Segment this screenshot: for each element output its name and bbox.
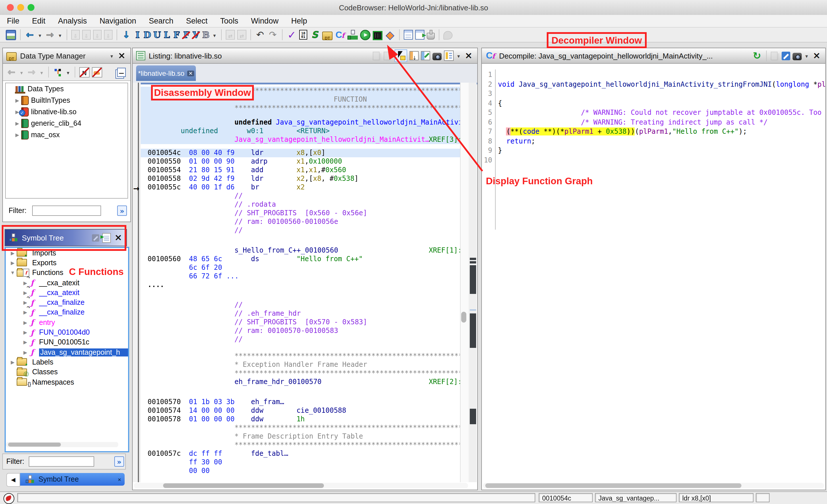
symbol-tree-dock-tab[interactable]: Symbol Tree ×	[20, 473, 125, 486]
dtm-associations-chevron-icon[interactable]	[65, 67, 70, 77]
listing-row[interactable]: 0010055001 00 00 90adrpx1,0x100000	[141, 157, 460, 166]
script-manager-icon[interactable]	[309, 30, 320, 40]
symbol-tree-hscrollbar-thumb[interactable]	[8, 443, 61, 447]
listing-copy-icon[interactable]	[373, 52, 380, 60]
menu-item-tools[interactable]: Tools	[220, 17, 238, 25]
disassemble-icon[interactable]	[121, 30, 132, 40]
listing-row[interactable]: // ram: 00100560-0010056e	[141, 217, 460, 226]
create-undefined-icon[interactable]: U	[153, 30, 161, 40]
listing-row[interactable]: ff 30 00	[141, 458, 460, 467]
decompiler-line[interactable]: /* WARNING: Could not recover jumptable …	[498, 108, 825, 116]
listing-row[interactable]: //	[141, 301, 460, 309]
dtm-associations-icon[interactable]	[53, 67, 63, 77]
dock-collapse-arrow-button[interactable]: ◀	[6, 473, 20, 487]
function-graph-icon[interactable]	[347, 30, 358, 40]
table-chooser-icon[interactable]	[415, 30, 425, 40]
listing-row[interactable]: s_Hello_from_C++_00100560XREF[1]:	[141, 246, 460, 255]
toggle-fields-icon[interactable]	[409, 51, 419, 60]
menu-item-select[interactable]: Select	[186, 17, 208, 25]
listing-row[interactable]: 6c 6f 20	[141, 263, 460, 272]
decompiler-snapshot-icon[interactable]	[792, 53, 802, 60]
filter-pointers-icon[interactable]	[92, 67, 102, 77]
create-function-icon[interactable]: F	[173, 30, 180, 40]
listing-row[interactable]: // SHT_PROGBITS [0x570 - 0x583]	[141, 318, 460, 326]
listing-snapshot-icon[interactable]	[432, 53, 442, 60]
bookmarks-icon[interactable]	[385, 30, 395, 40]
run-script-icon[interactable]	[360, 30, 371, 40]
listing-row[interactable]	[141, 144, 460, 149]
dtm-filter-options-icon[interactable]	[117, 205, 127, 216]
listing-row[interactable]: 0010054c08 00 40 f9ldrx8,[x0]	[141, 149, 460, 157]
forward-icon-chevron[interactable]	[57, 30, 63, 40]
listing-vscrollbar-thumb[interactable]	[461, 312, 466, 322]
listing-row[interactable]: //	[141, 335, 460, 344]
dtm-menu-chevron-icon[interactable]	[109, 51, 114, 61]
symbol-tree-item-classes[interactable]: ⒸClasses	[6, 367, 128, 377]
dtm-close-icon[interactable]	[116, 51, 127, 61]
create-label-icon[interactable]: L	[163, 30, 171, 40]
edit-fields-icon[interactable]	[421, 51, 430, 60]
clear-icon[interactable]	[427, 33, 435, 40]
undo-icon[interactable]	[255, 30, 265, 40]
listing-paste-icon[interactable]	[384, 52, 391, 60]
validate-icon[interactable]	[287, 30, 297, 40]
decompiler-copy-icon[interactable]	[771, 52, 778, 60]
symbol-tree-tab-close-icon[interactable]: ×	[118, 476, 121, 483]
menu-item-edit[interactable]: Edit	[32, 17, 46, 25]
listing-row[interactable]: * Frame Description Entry Table	[141, 432, 460, 441]
listing-row[interactable]: undefinedw0:1<RETURN>	[141, 127, 460, 136]
listing-row[interactable]: 0010056048 65 6cds"Hello from C++"	[141, 255, 460, 263]
rename-icon[interactable]	[782, 52, 790, 60]
listing-row[interactable]: eh_frame_hdr_00100570XREF[2]:	[141, 378, 460, 386]
listing-row[interactable]: 0010057414 00 00 00ddwcie_00100588	[141, 406, 460, 415]
symbol-tree-item-labels[interactable]: ▶●Labels	[6, 357, 128, 367]
listing-row[interactable]: undefined Java_sg_vantagepoint_helloworl…	[141, 118, 460, 127]
patch-out-icon[interactable]	[104, 30, 112, 40]
create-instruction-icon[interactable]: I	[134, 30, 141, 40]
dtm-forward-icon[interactable]	[27, 67, 37, 77]
redo-icon[interactable]	[267, 30, 278, 40]
dtm-tree-item-mac_osx[interactable]: ▶mac_osx	[6, 129, 128, 141]
listing-row[interactable]: ****************************************…	[141, 352, 460, 360]
decompiler-line[interactable]: }	[498, 146, 502, 154]
listing-row[interactable]: //	[141, 192, 460, 200]
back-icon[interactable]	[25, 30, 35, 40]
dtm-back-chevron-icon[interactable]	[19, 67, 24, 77]
listing-row[interactable]	[141, 344, 460, 352]
create-bookmark-icon-chevron[interactable]	[212, 30, 217, 40]
listing-row[interactable]: Java_sg_vantagepoint_helloworldjni_MainA…	[141, 136, 460, 144]
filter-arrays-icon[interactable]: N	[79, 67, 90, 77]
menu-item-help[interactable]: Help	[291, 17, 307, 25]
symbol-tree-item-java-sg-vantagepoint-h[interactable]: ▶ƒJava_sg_vantagepoint_h	[6, 347, 128, 357]
listing-code-area[interactable]: ****************************************…	[141, 87, 460, 476]
listing-row[interactable]: // ram: 00100570-00100583	[141, 326, 460, 335]
symbol-tree-item--cxa-atexit[interactable]: ▶ƒ__cxa_atexit	[6, 278, 128, 288]
decompiler-line[interactable]: return;	[498, 137, 535, 145]
listing-row[interactable]: * Exception Handler Frame Header	[141, 360, 460, 369]
dtm-tree-item-data types[interactable]: Data Types	[6, 83, 128, 95]
collapse-all-icon[interactable]	[117, 67, 126, 77]
program-tab[interactable]: *libnative-lib.so ✕	[136, 65, 196, 81]
listing-close-icon[interactable]	[464, 51, 474, 61]
symbol-tree-item--cxa-finalize[interactable]: ▶ƒ__cxa_finalize	[6, 308, 128, 318]
listing-row[interactable]: ****************************************…	[141, 369, 460, 378]
listing-vscrollbar[interactable]	[460, 83, 469, 482]
listing-row[interactable]: // SHT_PROGBITS [0x560 - 0x56e]	[141, 209, 460, 217]
merge-left-icon[interactable]	[226, 30, 235, 40]
symbol-tree-filter-options-icon[interactable]	[114, 456, 124, 467]
decompiler-line[interactable]: /* WARNING: Treating indirect jump as ca…	[498, 118, 768, 126]
listing-row[interactable]: 00 00	[141, 467, 460, 475]
dtm-forward-chevron-icon[interactable]	[39, 67, 44, 77]
symbol-tree-item-namespaces[interactable]: {}Namespaces	[6, 377, 128, 387]
listing-row[interactable]	[141, 235, 460, 246]
menu-item-navigation[interactable]: Navigation	[100, 17, 136, 25]
forward-icon[interactable]	[45, 30, 55, 40]
data-type-manager-icon[interactable]	[322, 31, 333, 40]
listing-row[interactable]: ****************************************…	[141, 104, 460, 112]
decompiler-line[interactable]: void Java_sg_vantagepoint_helloworldjni_…	[498, 80, 825, 88]
dtm-tree-item-builtintypes[interactable]: ▶BuiltInTypes	[6, 95, 128, 106]
listing-row[interactable]: // .eh_frame_hdr	[141, 309, 460, 318]
symbol-tree-item-fun-001004d0[interactable]: ▶ƒFUN_001004d0	[6, 327, 128, 338]
patch-data-icon[interactable]	[82, 30, 91, 40]
decompiler-code-area[interactable]: 12void Java_sg_vantagepoint_helloworldjn…	[482, 64, 825, 482]
